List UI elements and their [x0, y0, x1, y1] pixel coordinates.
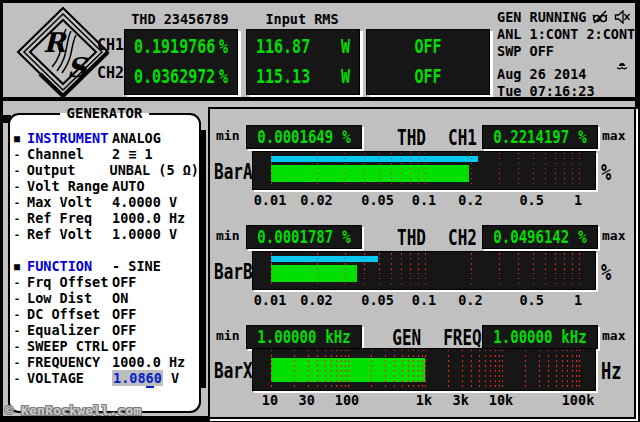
item-bullet: -: [12, 373, 27, 384]
axis-tick: 0.01: [254, 192, 287, 208]
item-label: Max Volt: [27, 194, 112, 210]
bara-min-label: min: [216, 128, 239, 143]
grid-line: [271, 350, 272, 389]
axis-tick: 3k: [453, 392, 469, 408]
input-ch1-row: 116.87 W: [256, 35, 350, 58]
logo-letter-s: S: [67, 52, 89, 83]
grid-line: [401, 153, 402, 188]
grid-line: [499, 350, 500, 389]
item-label: Volt Range: [27, 178, 112, 194]
item-label: VOLTAGE: [27, 370, 112, 386]
generator-item-instrument[interactable]: ■INSTRUMENTANALOG: [12, 130, 199, 146]
item-value: - SINE: [112, 258, 161, 274]
axis-tick: 100: [335, 392, 359, 408]
generator-item-max-volt[interactable]: -Max Volt4.0000 V: [12, 194, 199, 210]
bara-max-label: max: [602, 128, 625, 143]
generator-scrollbar-thumb[interactable]: [200, 130, 206, 388]
grid-line: [331, 350, 332, 389]
axis-tick: 0.5: [519, 192, 543, 208]
grid-line: [499, 153, 500, 188]
grid-line: [555, 253, 556, 288]
barx-meter: [252, 348, 596, 391]
bar-meter-panel: min0.0001649%THDCH10.2214197%maxBarA%0.0…: [208, 107, 636, 419]
grid-line: [345, 153, 346, 188]
item-bullet: -: [12, 213, 27, 224]
grid-line: [425, 153, 426, 188]
grid-line: [271, 153, 272, 188]
selected-suffix: 0: [154, 370, 162, 386]
grid-line: [518, 153, 519, 188]
grid-line: [271, 253, 272, 288]
min-value: 0.0001649: [257, 127, 333, 146]
generator-item-volt-range[interactable]: -Volt RangeAUTO: [12, 178, 199, 194]
voltage-edit-field[interactable]: 1.0860: [112, 370, 163, 386]
generator-item-voltage[interactable]: -VOLTAGE1.0860 V: [12, 370, 199, 386]
grid-line: [385, 350, 386, 389]
axis-tick: 0.5: [519, 292, 543, 308]
bara-axis: 0.010.020.050.10.20.51: [252, 192, 594, 208]
title-word-left: THD: [397, 225, 426, 251]
input-rms-display: 116.87 W 115.13 W: [246, 29, 360, 95]
generator-item-sweep-ctrl[interactable]: -SWEEP CTRLOFF: [12, 338, 199, 354]
item-label: FREQUENCY: [27, 354, 112, 370]
bara-value-bar: [271, 165, 469, 182]
axis-tick: 30: [299, 392, 315, 408]
generator-item-dc-offset[interactable]: -DC OffsetOFF: [12, 306, 199, 322]
grid-line: [471, 350, 472, 389]
title-word-left: THD: [397, 125, 426, 151]
ch2-label: CH2: [97, 64, 124, 82]
title-word-right: CH1: [448, 125, 477, 151]
bara-peak-bar: [271, 156, 478, 162]
generator-item-ref-volt[interactable]: -Ref Volt1.0000 V: [12, 226, 199, 242]
barx-min-display: 1.00000kHz: [246, 325, 362, 349]
grid-line: [391, 253, 392, 288]
item-value: AUTO: [112, 178, 145, 194]
third-ch1-value: OFF: [414, 35, 441, 58]
generator-rows: ■INSTRUMENTANALOG-Channel2 ≡ 1-OutputUNB…: [12, 130, 199, 386]
generator-item-frequency[interactable]: -FREQUENCY1000.0 Hz: [12, 354, 199, 370]
generator-item-channel[interactable]: -Channel2 ≡ 1: [12, 146, 199, 162]
instrument-screen: R S CH1 CH2 THD 23456789 Input RMS 0.191…: [0, 0, 640, 422]
generator-panel: GENERATOR ■INSTRUMENTANALOG-Channel2 ≡ 1…: [8, 113, 201, 413]
grid-line: [425, 350, 426, 389]
axis-tick: 0.2: [458, 192, 482, 208]
generator-panel-title: GENERATOR: [60, 105, 150, 121]
axis-tick: 1: [574, 192, 582, 208]
bara-unit-label: %: [601, 158, 611, 185]
barx-max-label: max: [602, 328, 625, 343]
swp-status-line: SWP OFF: [497, 43, 635, 60]
grid-line: [572, 253, 573, 288]
max-value: 0.0496142: [493, 227, 569, 246]
input-ch1-value: 116.87: [256, 35, 310, 58]
axis-tick: 0.05: [361, 192, 394, 208]
generator-item-function[interactable]: ■FUNCTION- SINE: [12, 258, 199, 274]
watermark: © KenRockwell.com: [5, 403, 141, 418]
generator-item-equalizer[interactable]: -EqualizerOFF: [12, 322, 199, 338]
hat-icon: [616, 60, 628, 72]
min-unit: kHz: [325, 327, 350, 346]
max-value: 1.00000: [493, 327, 552, 346]
item-label: Output: [27, 162, 110, 178]
grid-line: [379, 253, 380, 288]
item-value: UNBAL (5 Ω): [110, 162, 199, 178]
grid-line: [401, 253, 402, 288]
item-bullet: -: [12, 341, 27, 352]
generator-item-ref-freq[interactable]: -Ref Freq1000.0 Hz: [12, 210, 199, 226]
title-word-right: CH2: [448, 225, 477, 251]
barb-peak-bar: [271, 256, 378, 262]
grid-line: [402, 350, 403, 389]
generator-item-low-dist[interactable]: -Low DistON: [12, 290, 199, 306]
generator-item-frq-offset[interactable]: -Frq OffsetOFF: [12, 274, 199, 290]
item-label: Equalizer: [27, 322, 112, 338]
thd-ch2-row: 0.0362972 %: [134, 64, 228, 87]
barx-unit-label: Hz: [601, 357, 621, 384]
generator-item-output[interactable]: -OutputUNBAL (5 Ω): [12, 162, 199, 178]
grid-line: [364, 253, 365, 288]
title-word-left: GEN: [392, 325, 421, 351]
grid-line: [562, 350, 563, 389]
grid-line: [579, 153, 580, 188]
item-value: 4.0000 V: [112, 194, 177, 210]
grid-line: [341, 350, 342, 389]
gen-status-line: GEN RUNNING: [497, 9, 635, 26]
grid-line: [410, 153, 411, 188]
